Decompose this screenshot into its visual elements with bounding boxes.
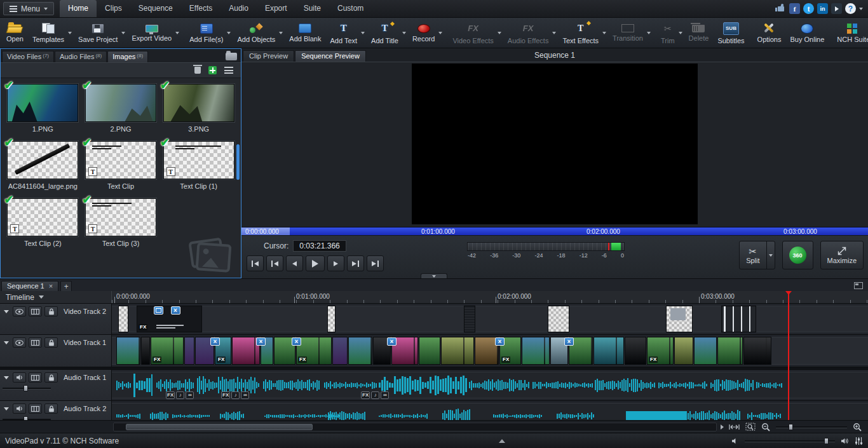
previous-clip-button[interactable] [266, 255, 283, 271]
video-360-button[interactable]: 360 [782, 241, 813, 269]
timeline-clip[interactable] [441, 337, 474, 365]
timeline-clip[interactable]: × [261, 337, 273, 365]
audio-waveform[interactable] [379, 401, 430, 420]
expand-caret-icon[interactable] [499, 439, 505, 443]
timeline-clip[interactable]: × [569, 337, 593, 365]
zoom-selection-icon[interactable] [745, 423, 756, 431]
menu-tab-audio[interactable]: Audio [220, 0, 257, 17]
menu-button[interactable]: Menu [3, 2, 54, 15]
step-back-button[interactable] [286, 255, 303, 271]
audio-waveform[interactable] [328, 401, 366, 420]
add-text-button[interactable]: TAdd Text [326, 18, 367, 48]
audio-badge[interactable]: ♪ [176, 391, 184, 399]
add-blank-button[interactable]: Add Blank [285, 18, 325, 48]
timeline-clip[interactable] [522, 337, 550, 365]
maximize-button[interactable]: Maximize [820, 241, 864, 269]
audio-mixer-icon[interactable] [855, 437, 863, 445]
timeline-clip[interactable] [717, 337, 743, 365]
audio-waveform[interactable] [658, 370, 709, 400]
transition-badge[interactable]: × [171, 306, 180, 315]
lock-icon[interactable] [44, 404, 58, 414]
transition-badge[interactable]: × [495, 337, 505, 346]
open-button[interactable]: Open [2, 18, 28, 48]
timeline-clip[interactable] [184, 337, 194, 365]
timeline-clip[interactable]: FX [151, 337, 184, 365]
volume-slider-knob[interactable] [824, 438, 829, 444]
volume-slider[interactable] [745, 438, 835, 444]
transition-badge[interactable]: × [210, 337, 220, 346]
transition-badge[interactable]: × [292, 337, 301, 346]
split-button-main[interactable]: ✂ Split [740, 241, 766, 269]
frames-icon[interactable] [29, 372, 42, 383]
track-collapse-caret[interactable] [4, 407, 9, 411]
step-forward-button[interactable] [327, 255, 344, 271]
track-collapse-caret[interactable] [4, 310, 9, 313]
timeline-clip[interactable]: FX× [296, 337, 332, 365]
scroll-right-arrow-icon[interactable] [721, 424, 724, 430]
panel-collapse-handle[interactable] [421, 273, 447, 278]
tab-sequence-1[interactable]: Sequence 1 × [1, 281, 58, 291]
menu-tab-suite[interactable]: Suite [295, 0, 329, 17]
list-view-icon[interactable] [224, 67, 233, 74]
audio-badge[interactable]: FX [166, 391, 175, 399]
audio-waveform[interactable] [756, 370, 784, 400]
track-volume-knob[interactable] [24, 385, 28, 391]
timeline-clip[interactable] [118, 306, 128, 332]
nch-suite-button[interactable]: NCH Suite [832, 18, 868, 48]
youtube-icon[interactable] [831, 3, 842, 14]
timeline-clip[interactable]: FX [647, 337, 674, 365]
track-collapse-caret[interactable] [4, 376, 9, 379]
subtitles-button[interactable]: SUBSubtitles [713, 18, 749, 48]
close-tab-icon[interactable]: × [49, 283, 53, 290]
add-title-button[interactable]: TAdd Title [367, 18, 408, 48]
transition-badge[interactable]: × [387, 337, 397, 346]
audio-waveform[interactable] [469, 370, 531, 400]
timeline-clip[interactable] [625, 337, 646, 365]
templates-button[interactable]: Templates [28, 18, 74, 48]
facebook-icon[interactable]: f [789, 3, 800, 14]
media-item[interactable]: ✔TText Clip (1) [161, 141, 236, 190]
play-button[interactable] [306, 255, 325, 271]
transition-badge[interactable]: × [564, 337, 574, 346]
add-media-icon[interactable] [208, 66, 217, 74]
scrollbar-thumb[interactable] [126, 424, 313, 430]
split-button[interactable]: ✂ Split [739, 241, 775, 269]
media-item[interactable]: ✔1.PNG [6, 84, 80, 133]
timeline-hscrollbar[interactable] [113, 423, 717, 431]
audio-badge[interactable]: ∞ [381, 391, 389, 399]
track-collapse-caret[interactable] [4, 341, 9, 344]
audio-badge[interactable]: FX [361, 391, 370, 399]
menu-tab-export[interactable]: Export [257, 0, 295, 17]
timeline-clip[interactable] [332, 337, 348, 365]
media-tab-audio-files[interactable]: Audio Files(8) [55, 51, 107, 62]
speaker-icon[interactable] [13, 372, 26, 383]
lock-icon[interactable] [44, 372, 58, 383]
track-volume-slider[interactable] [3, 385, 51, 391]
media-item[interactable]: ✔3.PNG [161, 84, 236, 133]
audio-waveform[interactable] [747, 401, 783, 420]
add-file-s-button[interactable]: Add File(s) [185, 18, 233, 48]
audio-clip-block[interactable] [626, 411, 687, 421]
audio-waveform[interactable] [595, 370, 657, 400]
timeline-mode-dropdown[interactable]: Timeline [0, 291, 112, 303]
audio-waveform[interactable] [150, 401, 169, 420]
options-button[interactable]: Options [753, 18, 786, 48]
visibility-icon[interactable] [13, 337, 26, 348]
buy-online-button[interactable]: Buy Online [786, 18, 829, 48]
go-to-end-button[interactable] [367, 255, 384, 271]
media-item[interactable]: ✔TText Clip [84, 141, 158, 190]
media-item[interactable]: ✔TText Clip (3) [84, 198, 158, 247]
media-tab-images[interactable]: Images(8) [107, 51, 148, 62]
preview-scrubber[interactable]: 0:00:00.0000:01:00.0000:02:00.0000:03:00… [241, 227, 868, 235]
twitter-icon[interactable]: t [803, 3, 814, 14]
timeline-clip[interactable]: × [391, 337, 418, 365]
audio-waveform[interactable] [688, 401, 741, 420]
timeline-clip[interactable] [419, 337, 440, 365]
tab-sequence-preview[interactable]: Sequence Preview [295, 50, 366, 62]
zoom-slider[interactable] [776, 424, 847, 430]
timeline-clip[interactable] [666, 306, 693, 332]
audio-waveform[interactable] [710, 370, 755, 400]
timeline-clip[interactable]: ×FX [137, 306, 202, 332]
audio-waveform[interactable] [442, 401, 471, 420]
timeline-clip[interactable]: FX× [499, 337, 521, 365]
